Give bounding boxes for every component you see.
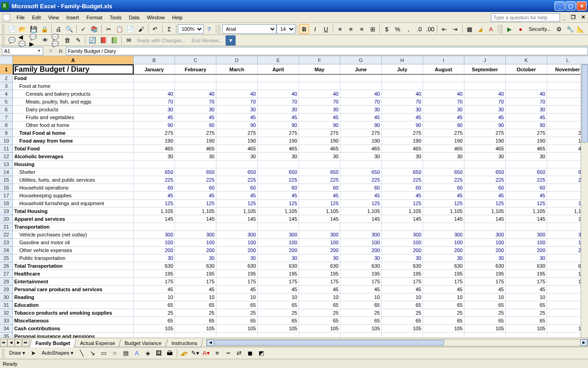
cell-H5[interactable]: 70 bbox=[382, 98, 423, 106]
show-all-comments-button[interactable]: 💬💬 bbox=[51, 35, 61, 46]
cell-E31[interactable]: 65 bbox=[258, 301, 299, 309]
cell-I24[interactable]: 200 bbox=[423, 247, 464, 254]
cell-B10[interactable]: 190 bbox=[134, 137, 175, 145]
cell-F12[interactable]: 30 bbox=[299, 153, 340, 161]
cell-A32[interactable]: Tobacco products and smoking supplies bbox=[13, 309, 134, 317]
cell-C13[interactable] bbox=[175, 161, 216, 168]
cell-K13[interactable] bbox=[506, 161, 547, 168]
cell-B2[interactable] bbox=[134, 75, 175, 82]
row-header-21[interactable]: 21 bbox=[0, 223, 13, 231]
cell-I18[interactable]: 125 bbox=[423, 200, 464, 207]
cell-F5[interactable]: 70 bbox=[299, 98, 340, 106]
mdi-close-button[interactable]: ✕ bbox=[579, 13, 587, 21]
picture-button[interactable]: 🏔 bbox=[165, 348, 175, 358]
shadow-button[interactable]: ◼ bbox=[245, 348, 255, 358]
cell-F34[interactable]: 105 bbox=[299, 325, 340, 333]
cell-D9[interactable]: 275 bbox=[216, 129, 258, 137]
toolbar-options-button[interactable]: ▾ bbox=[226, 35, 236, 46]
cell-E5[interactable]: 70 bbox=[258, 98, 299, 106]
cell-H20[interactable]: 145 bbox=[382, 215, 423, 223]
cell-G30[interactable]: 10 bbox=[340, 293, 382, 301]
toolbar-grip[interactable] bbox=[218, 24, 220, 34]
undo-button[interactable]: ↶ bbox=[150, 24, 160, 34]
print-preview-button[interactable]: 🔍 bbox=[64, 24, 74, 34]
decrease-decimal-button[interactable]: .00 bbox=[425, 24, 435, 34]
scroll-thumb[interactable] bbox=[215, 340, 444, 345]
cell-E18[interactable]: 125 bbox=[258, 200, 299, 207]
cell-F10[interactable]: 190 bbox=[299, 137, 340, 145]
cell-J3[interactable] bbox=[464, 82, 506, 90]
cell-F3[interactable] bbox=[299, 82, 340, 90]
cell-K10[interactable]: 190 bbox=[506, 137, 547, 145]
cell-A28[interactable]: Entertainment bbox=[13, 278, 134, 286]
cell-C2[interactable] bbox=[175, 75, 216, 82]
cell-F15[interactable]: 225 bbox=[299, 176, 340, 184]
column-header-I[interactable]: I bbox=[423, 56, 464, 64]
scroll-thumb[interactable] bbox=[582, 64, 588, 143]
cell-J9[interactable]: 275 bbox=[464, 129, 506, 137]
cut-button[interactable]: ✂ bbox=[103, 24, 113, 34]
menu-format[interactable]: Format bbox=[83, 13, 106, 22]
cell-E21[interactable] bbox=[258, 223, 299, 231]
cell-H3[interactable] bbox=[382, 82, 423, 90]
row-header-7[interactable]: 7 bbox=[0, 114, 13, 121]
row-header-30[interactable]: 30 bbox=[0, 293, 13, 301]
rectangle-button[interactable]: ▭ bbox=[99, 348, 109, 358]
cancel-formula-button[interactable]: ✕ bbox=[45, 46, 56, 56]
cell-B29[interactable]: 45 bbox=[134, 286, 175, 293]
cell-G32[interactable]: 25 bbox=[340, 309, 382, 317]
cell-A27[interactable]: Healthcare bbox=[13, 270, 134, 278]
cell-I15[interactable]: 225 bbox=[423, 176, 464, 184]
cell-G20[interactable]: 145 bbox=[340, 215, 382, 223]
column-header-A[interactable]: A bbox=[13, 56, 134, 64]
row-header-11[interactable]: 11 bbox=[0, 145, 13, 153]
cell-I4[interactable]: 40 bbox=[423, 90, 464, 98]
cell-I26[interactable]: 630 bbox=[423, 262, 464, 270]
select-all-corner[interactable] bbox=[0, 56, 13, 64]
cell-E29[interactable]: 45 bbox=[258, 286, 299, 293]
cell-F21[interactable] bbox=[299, 223, 340, 231]
cell-C22[interactable]: 300 bbox=[175, 231, 216, 239]
cell-C27[interactable]: 195 bbox=[175, 270, 216, 278]
help-button[interactable]: ? bbox=[204, 24, 214, 34]
toolbar-grip[interactable] bbox=[2, 349, 5, 358]
menu-tools[interactable]: Tools bbox=[106, 13, 125, 22]
clipart-button[interactable]: 🖼 bbox=[154, 348, 164, 358]
cell-H18[interactable]: 125 bbox=[382, 200, 423, 207]
cell-J35[interactable] bbox=[464, 333, 506, 338]
cell-D33[interactable]: 65 bbox=[216, 317, 258, 325]
fx-icon[interactable]: fx bbox=[56, 48, 66, 54]
delete-comment-button[interactable]: 🗑 bbox=[62, 35, 72, 46]
scroll-right-button[interactable]: ▶ bbox=[580, 339, 588, 346]
control-toolbox-button[interactable]: 🔧 bbox=[565, 24, 575, 34]
cell-E28[interactable]: 175 bbox=[258, 278, 299, 286]
cell-J6[interactable]: 30 bbox=[464, 106, 506, 114]
cell-B34[interactable]: 105 bbox=[134, 325, 175, 333]
cell-G24[interactable]: 200 bbox=[340, 247, 382, 254]
cell-F1[interactable]: May bbox=[299, 64, 340, 75]
cell-A30[interactable]: Reading bbox=[13, 293, 134, 301]
cell-C29[interactable]: 45 bbox=[175, 286, 216, 293]
row-header-25[interactable]: 25 bbox=[0, 254, 13, 262]
column-header-K[interactable]: K bbox=[506, 56, 547, 64]
cell-E10[interactable]: 190 bbox=[258, 137, 299, 145]
cell-H17[interactable]: 45 bbox=[382, 192, 423, 200]
cell-E14[interactable]: 650 bbox=[258, 168, 299, 176]
cell-E16[interactable]: 60 bbox=[258, 184, 299, 192]
cell-I17[interactable]: 45 bbox=[423, 192, 464, 200]
macro-record-button[interactable]: ● bbox=[515, 24, 526, 34]
paste-button[interactable]: 📄 bbox=[125, 24, 136, 34]
cell-F14[interactable]: 650 bbox=[299, 168, 340, 176]
cell-K32[interactable]: 25 bbox=[506, 309, 547, 317]
cell-G14[interactable]: 650 bbox=[340, 168, 382, 176]
cell-K21[interactable] bbox=[506, 223, 547, 231]
cell-E8[interactable]: 90 bbox=[258, 121, 299, 129]
cell-B6[interactable]: 30 bbox=[134, 106, 175, 114]
cell-K25[interactable]: 30 bbox=[506, 254, 547, 262]
cell-E25[interactable]: 30 bbox=[258, 254, 299, 262]
cell-D12[interactable]: 30 bbox=[216, 153, 258, 161]
cell-K4[interactable]: 40 bbox=[506, 90, 547, 98]
cell-C20[interactable]: 145 bbox=[175, 215, 216, 223]
cell-D3[interactable] bbox=[216, 82, 258, 90]
cell-F8[interactable]: 90 bbox=[299, 121, 340, 129]
